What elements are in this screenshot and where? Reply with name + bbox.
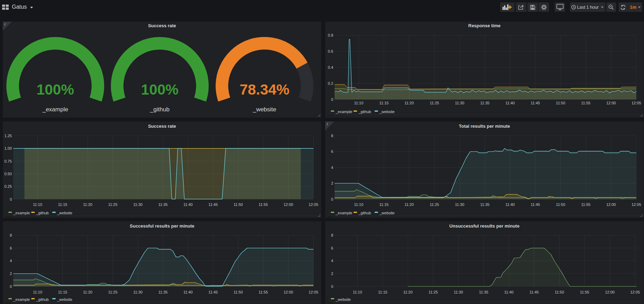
svg-text:12:00: 12:00 [605, 290, 615, 294]
svg-text:100%: 100% [141, 81, 178, 98]
svg-text:12:05: 12:05 [309, 290, 319, 294]
svg-text:0: 0 [331, 97, 333, 102]
svg-text:6: 6 [10, 246, 12, 250]
svg-text:11:30: 11:30 [133, 290, 142, 294]
svg-text:_github: _github [358, 110, 371, 114]
svg-text:11:40: 11:40 [505, 101, 515, 105]
svg-text:11:50: 11:50 [234, 202, 243, 206]
svg-text:Response time: Response time [468, 23, 500, 28]
svg-text:0.8: 0.8 [328, 33, 333, 37]
svg-text:11:30: 11:30 [133, 202, 142, 206]
svg-text:1.00: 1.00 [5, 146, 12, 150]
svg-text:0: 0 [331, 197, 333, 201]
svg-text:11:10: 11:10 [33, 202, 42, 206]
svg-text:_github: _github [358, 211, 371, 215]
svg-text:12:05: 12:05 [309, 202, 319, 206]
svg-text:11:30: 11:30 [455, 101, 464, 105]
svg-text:6: 6 [331, 246, 333, 250]
svg-text:0: 0 [10, 197, 12, 201]
svg-text:12:05: 12:05 [631, 202, 641, 206]
svg-text:_example: _example [13, 297, 30, 301]
svg-text:0: 0 [331, 284, 333, 288]
svg-text:8: 8 [331, 134, 333, 138]
svg-text:0.6: 0.6 [328, 49, 333, 53]
svg-text:11:50: 11:50 [556, 202, 565, 206]
svg-text:Success rate: Success rate [148, 23, 176, 28]
svg-text:11:30: 11:30 [455, 202, 464, 206]
svg-text:11:20: 11:20 [83, 202, 93, 206]
svg-text:78.34%: 78.34% [240, 81, 289, 98]
svg-text:11:15: 11:15 [378, 290, 387, 294]
svg-text:2: 2 [10, 271, 12, 275]
svg-text:0.2: 0.2 [328, 81, 333, 86]
svg-text:8: 8 [10, 233, 12, 237]
svg-text:Total results per minute: Total results per minute [459, 124, 510, 129]
svg-text:_website: _website [379, 211, 395, 215]
svg-text:_website: _website [379, 110, 395, 114]
svg-text:11:40: 11:40 [505, 202, 515, 206]
svg-text:11:35: 11:35 [158, 290, 168, 294]
svg-text:0.25: 0.25 [5, 184, 12, 188]
svg-text:11:35: 11:35 [480, 202, 490, 206]
svg-text:11:15: 11:15 [58, 202, 67, 206]
svg-text:11:25: 11:25 [430, 202, 439, 206]
svg-text:100%: 100% [37, 81, 74, 98]
svg-text:12:00: 12:00 [284, 290, 293, 294]
svg-text:Successful results per minute: Successful results per minute [130, 223, 195, 229]
svg-text:Unsuccessful results per minut: Unsuccessful results per minute [449, 223, 520, 229]
svg-text:_example: _example [335, 211, 352, 215]
svg-text:11:45: 11:45 [531, 101, 540, 105]
svg-text:_example: _example [335, 110, 352, 114]
svg-text:11:25: 11:25 [108, 202, 118, 206]
svg-text:11:45: 11:45 [208, 290, 218, 294]
svg-text:12:00: 12:00 [606, 101, 616, 105]
svg-text:12:05: 12:05 [630, 290, 640, 294]
svg-text:0.75: 0.75 [5, 159, 12, 163]
svg-text:11:10: 11:10 [33, 290, 42, 294]
svg-text:11:25: 11:25 [430, 101, 439, 105]
svg-text:11:50: 11:50 [556, 101, 565, 105]
svg-text:11:15: 11:15 [58, 290, 67, 294]
svg-text:11:20: 11:20 [404, 101, 414, 105]
svg-text:_github: _github [150, 106, 170, 113]
svg-text:_website: _website [253, 106, 276, 113]
svg-text:11:20: 11:20 [404, 202, 414, 206]
svg-text:8: 8 [331, 233, 333, 237]
svg-text:12:00: 12:00 [284, 202, 293, 206]
svg-text:11:50: 11:50 [234, 290, 243, 294]
svg-text:11:55: 11:55 [259, 202, 268, 206]
svg-text:_website: _website [57, 211, 72, 215]
svg-text:11:40: 11:40 [183, 290, 193, 294]
svg-text:11:10: 11:10 [354, 101, 364, 105]
svg-text:0: 0 [10, 284, 12, 288]
svg-text:11:10: 11:10 [354, 202, 364, 206]
svg-text:11:55: 11:55 [580, 290, 590, 294]
svg-text:_website: _website [335, 297, 351, 301]
svg-text:11:35: 11:35 [158, 202, 168, 206]
svg-text:12:05: 12:05 [631, 101, 641, 105]
svg-text:4: 4 [10, 259, 12, 263]
svg-text:4: 4 [331, 165, 333, 169]
svg-text:11:50: 11:50 [555, 290, 564, 294]
svg-text:11:35: 11:35 [480, 101, 490, 105]
svg-text:11:40: 11:40 [504, 290, 514, 294]
svg-text:0.4: 0.4 [328, 65, 333, 69]
svg-text:6: 6 [331, 149, 333, 154]
svg-text:_website: _website [57, 297, 72, 301]
svg-text:0.50: 0.50 [5, 171, 12, 176]
svg-text:11:40: 11:40 [183, 202, 193, 206]
svg-text:12:00: 12:00 [606, 202, 616, 206]
svg-text:11:10: 11:10 [353, 290, 362, 294]
svg-text:11:55: 11:55 [581, 202, 591, 206]
svg-text:11:35: 11:35 [479, 290, 488, 294]
svg-text:11:45: 11:45 [531, 202, 540, 206]
svg-text:11:25: 11:25 [108, 290, 118, 294]
svg-text:11:55: 11:55 [581, 101, 591, 105]
svg-text:11:15: 11:15 [379, 202, 389, 206]
svg-text:4: 4 [331, 259, 333, 263]
svg-text:11:30: 11:30 [454, 290, 463, 294]
svg-text:_github: _github [36, 297, 49, 301]
svg-text:_example: _example [13, 211, 30, 215]
svg-text:11:25: 11:25 [429, 290, 438, 294]
svg-text:11:20: 11:20 [403, 290, 413, 294]
